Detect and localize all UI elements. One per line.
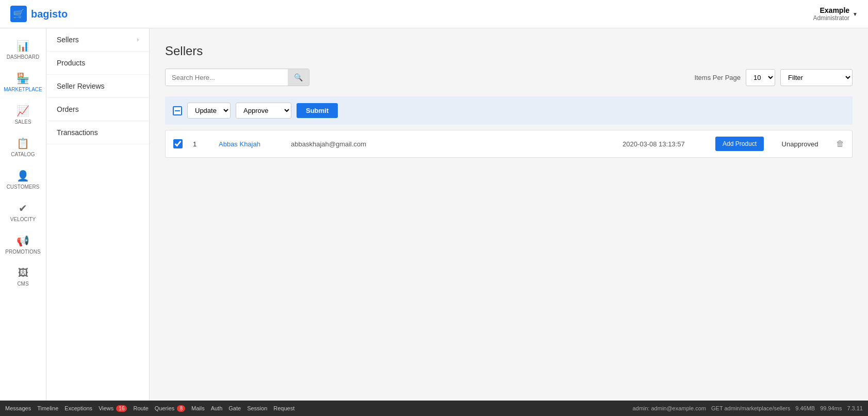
partial-mark	[175, 110, 180, 111]
sidebar-label-customers: CUSTOMERS	[7, 184, 40, 190]
debug-version: 7.3.11	[847, 405, 863, 411]
debug-auth[interactable]: Auth	[211, 405, 223, 411]
sub-sidebar-label-transactions: Transactions	[57, 128, 98, 137]
sidebar-item-sales[interactable]: 📈 SALES	[0, 98, 46, 131]
debug-route-info: GET admin/marketplace/sellers	[711, 405, 790, 411]
sub-sidebar: Sellers › Products Seller Reviews Orders…	[46, 28, 150, 401]
items-per-page-select[interactable]: 10 25 50	[746, 69, 775, 86]
sidebar-label-promotions: PROMOTIONS	[5, 249, 40, 255]
table-row: 1 Abbas Khajah abbaskhajah@gmail.com 202…	[165, 130, 853, 158]
debug-queries[interactable]: Queries 8	[155, 405, 185, 411]
sub-sidebar-label-sellers: Sellers	[57, 36, 79, 44]
search-input[interactable]	[166, 70, 288, 86]
sub-sidebar-item-products[interactable]: Products	[46, 52, 149, 75]
search-area: 🔍	[165, 69, 309, 86]
debug-route[interactable]: Route	[133, 405, 148, 411]
queries-badge: 8	[177, 405, 185, 412]
sidebar-label-velocity: VELOCITY	[10, 217, 36, 222]
topbar: 🛒 bagisto Example Administrator ▼	[0, 0, 868, 28]
page-title: Sellers	[165, 44, 853, 58]
debug-time: 99.94ms	[820, 405, 842, 411]
sellers-arrow-icon: ›	[137, 36, 139, 43]
debug-views[interactable]: Views 16	[99, 405, 127, 411]
user-name: Example	[813, 6, 849, 14]
debug-request[interactable]: Request	[273, 405, 294, 411]
add-product-button[interactable]: Add Product	[715, 137, 764, 151]
debug-memory: 9.46MB	[795, 405, 815, 411]
marketplace-icon: 🏪	[17, 72, 29, 85]
sidebar-item-promotions[interactable]: 📢 PROMOTIONS	[0, 228, 46, 261]
debug-admin-info: admin: admin@example.com	[632, 405, 706, 411]
sub-sidebar-item-orders[interactable]: Orders	[46, 98, 149, 121]
sidebar-label-catalog: CATALOG	[11, 152, 35, 157]
sidebar: 📊 DASHBOARD 🏪 MARKETPLACE 📈 SALES 📋 CATA…	[0, 28, 46, 401]
select-all-checkbox[interactable]	[173, 106, 182, 115]
user-info: Example Administrator	[813, 6, 849, 22]
logo-text: bagisto	[31, 8, 68, 20]
content-area: Sellers 🔍 Items Per Page 10 25 50 Filter	[150, 28, 868, 401]
sidebar-item-velocity[interactable]: ✔ VELOCITY	[0, 196, 46, 228]
sub-sidebar-label-products: Products	[57, 59, 85, 67]
user-role: Administrator	[813, 14, 849, 22]
approve-action-select[interactable]: Approve Disapprove	[236, 103, 291, 119]
debug-mails[interactable]: Mails	[191, 405, 205, 411]
dashboard-icon: 📊	[17, 40, 29, 52]
sidebar-label-sales: SALES	[14, 119, 31, 125]
sub-sidebar-item-transactions[interactable]: Transactions	[46, 121, 149, 144]
sub-sidebar-item-sellers[interactable]: Sellers ›	[46, 28, 149, 52]
row-email: abbaskhajah@gmail.com	[291, 140, 612, 148]
row-number: 1	[193, 140, 208, 148]
sidebar-item-cms[interactable]: 🖼 CMS	[0, 261, 46, 293]
row-date: 2020-03-08 13:13:57	[623, 140, 705, 148]
search-button[interactable]: 🔍	[288, 69, 309, 86]
sidebar-item-customers[interactable]: 👤 CUSTOMERS	[0, 163, 46, 196]
items-per-page-label: Items Per Page	[694, 74, 741, 81]
velocity-icon: ✔	[19, 202, 27, 214]
sidebar-item-dashboard[interactable]: 📊 DASHBOARD	[0, 34, 46, 66]
row-checkbox[interactable]	[173, 139, 183, 148]
sidebar-item-marketplace[interactable]: 🏪 MARKETPLACE	[0, 66, 46, 98]
user-area[interactable]: Example Administrator ▼	[813, 6, 858, 22]
user-dropdown-arrow: ▼	[853, 11, 858, 17]
debug-messages[interactable]: Messages	[5, 405, 31, 411]
action-bar: Update Delete Approve Disapprove Submit	[165, 96, 853, 125]
main-layout: 📊 DASHBOARD 🏪 MARKETPLACE 📈 SALES 📋 CATA…	[0, 28, 868, 401]
debug-right: admin: admin@example.com GET admin/marke…	[632, 405, 863, 411]
row-status: Unapproved	[774, 140, 826, 148]
sidebar-item-catalog[interactable]: 📋 CATALOG	[0, 131, 46, 163]
update-action-select[interactable]: Update Delete	[187, 103, 231, 119]
delete-row-button[interactable]: 🗑	[836, 139, 844, 148]
catalog-icon: 📋	[17, 137, 29, 149]
right-toolbar: Items Per Page 10 25 50 Filter	[694, 69, 853, 86]
logo-area[interactable]: 🛒 bagisto	[10, 6, 68, 22]
debug-session[interactable]: Session	[247, 405, 267, 411]
cms-icon: 🖼	[18, 267, 28, 279]
filter-select[interactable]: Filter	[780, 69, 853, 86]
sub-sidebar-label-orders: Orders	[57, 105, 79, 113]
sub-sidebar-label-seller-reviews: Seller Reviews	[57, 82, 105, 90]
sub-sidebar-item-seller-reviews[interactable]: Seller Reviews	[46, 75, 149, 98]
promotions-icon: 📢	[17, 235, 29, 247]
toolbar: 🔍 Items Per Page 10 25 50 Filter	[165, 69, 853, 86]
customers-icon: 👤	[17, 170, 29, 182]
debug-timeline[interactable]: Timeline	[37, 405, 58, 411]
debug-gate[interactable]: Gate	[228, 405, 241, 411]
sidebar-label-dashboard: DASHBOARD	[7, 54, 39, 60]
submit-button[interactable]: Submit	[297, 103, 338, 118]
sidebar-label-marketplace: MARKETPLACE	[4, 87, 42, 92]
views-badge: 16	[116, 405, 127, 412]
debug-exceptions[interactable]: Exceptions	[64, 405, 92, 411]
debug-bar: Messages Timeline Exceptions Views 16 Ro…	[0, 401, 868, 416]
sales-icon: 📈	[17, 105, 29, 117]
sidebar-label-cms: CMS	[17, 281, 28, 287]
row-name[interactable]: Abbas Khajah	[219, 140, 281, 148]
logo-icon: 🛒	[10, 6, 27, 22]
